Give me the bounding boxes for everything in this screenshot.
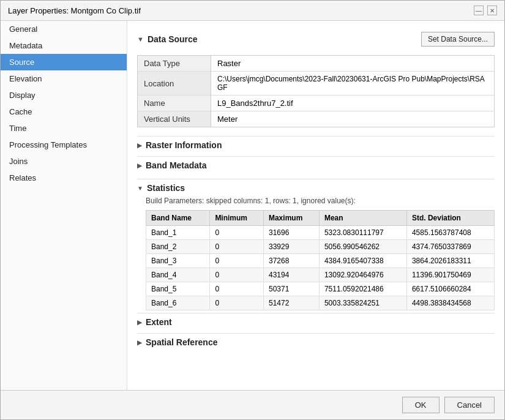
stats-cell-std: 11396.901750469 [406, 268, 494, 282]
sidebar-item-joins[interactable]: Joins [1, 153, 127, 170]
main-content: ▼ Data Source Set Data Source... Data Ty… [127, 21, 504, 390]
stats-cell-max: 31696 [263, 226, 319, 240]
table-row: Data Type Raster [138, 56, 495, 72]
stats-cell-mean: 5003.335824251 [319, 296, 406, 310]
sidebar-item-source[interactable]: Source [1, 54, 127, 70]
extent-chevron-icon: ▶ [137, 319, 142, 326]
stats-cell-min: 0 [210, 296, 264, 310]
band-metadata-header[interactable]: ▶ Band Metadata [137, 156, 495, 174]
stats-cell-mean: 13092.920464976 [319, 268, 406, 282]
prop-key-location: Location [138, 72, 211, 96]
stats-cell-min: 0 [210, 240, 264, 254]
stats-cell-band: Band_3 [146, 254, 210, 268]
data-source-chevron-icon: ▼ [137, 36, 144, 43]
table-row: Name L9_Bands2thru7_2.tif [138, 96, 495, 111]
set-data-source-button[interactable]: Set Data Source... [421, 32, 495, 47]
stats-cell-mean: 5056.990546262 [319, 240, 406, 254]
stats-cell-max: 50371 [263, 282, 319, 296]
band-metadata-label: Band Metadata [146, 160, 207, 170]
stats-cell-min: 0 [210, 282, 264, 296]
dialog-footer: OK Cancel [1, 390, 504, 419]
stats-table-row: Band_30372684384.91654073383864.20261833… [146, 254, 495, 268]
title-bar-controls: — ✕ [474, 6, 497, 15]
extent-header[interactable]: ▶ Extent [137, 313, 495, 331]
stats-cell-mean: 4384.9165407338 [319, 254, 406, 268]
stats-cell-std: 4498.3838434568 [406, 296, 494, 310]
stats-cell-mean: 7511.0592021486 [319, 282, 406, 296]
extent-label: Extent [146, 317, 172, 327]
data-source-label: Data Source [148, 34, 198, 44]
sidebar-item-elevation[interactable]: Elevation [1, 70, 127, 87]
band-metadata-section: ▶ Band Metadata [137, 156, 495, 174]
prop-value-data-type: Raster [211, 56, 495, 72]
table-row: Vertical Units Meter [138, 111, 495, 127]
dialog-body: General Metadata Source Elevation Displa… [1, 21, 504, 390]
build-params-text: Build Parameters: skipped columns: 1, ro… [146, 197, 495, 205]
col-band-name: Band Name [146, 211, 210, 226]
stats-cell-std: 6617.5106660284 [406, 282, 494, 296]
stats-cell-std: 3864.2026183311 [406, 254, 494, 268]
stats-table-header-row: Band Name Minimum Maximum Mean Std. Devi… [146, 211, 495, 226]
properties-table: Data Type Raster Location C:\Users\jmcg\… [137, 55, 495, 127]
raster-info-label: Raster Information [146, 140, 222, 150]
statistics-section: ▼ Statistics Build Parameters: skipped c… [137, 179, 495, 310]
stats-cell-std: 4374.7650337869 [406, 240, 494, 254]
stats-cell-band: Band_2 [146, 240, 210, 254]
stats-cell-band: Band_6 [146, 296, 210, 310]
stats-table-row: Band_404319413092.92046497611396.9017504… [146, 268, 495, 282]
raster-info-section: ▶ Raster Information [137, 136, 495, 154]
close-button[interactable]: ✕ [487, 6, 497, 15]
stats-cell-min: 0 [210, 226, 264, 240]
spatial-reference-label: Spatial Reference [146, 337, 218, 347]
stats-cell-min: 0 [210, 254, 264, 268]
table-row: Location C:\Users\jmcg\Documents\2023-Fa… [138, 72, 495, 96]
stats-cell-max: 51472 [263, 296, 319, 310]
stats-cell-band: Band_4 [146, 268, 210, 282]
dialog-window: Layer Properties: Montgom Co Clip.tif — … [0, 0, 505, 420]
raster-info-chevron-icon: ▶ [137, 142, 142, 149]
stats-table-row: Band_60514725003.3358242514498.383843456… [146, 296, 495, 310]
cancel-button[interactable]: Cancel [444, 397, 495, 413]
sidebar-item-processing-templates[interactable]: Processing Templates [1, 137, 127, 153]
col-mean: Mean [319, 211, 406, 226]
statistics-header[interactable]: ▼ Statistics [137, 179, 495, 197]
stats-cell-band: Band_5 [146, 282, 210, 296]
prop-key-name: Name [138, 96, 211, 111]
minimize-button[interactable]: — [474, 6, 484, 15]
stats-cell-max: 43194 [263, 268, 319, 282]
prop-value-name: L9_Bands2thru7_2.tif [211, 96, 495, 111]
col-maximum: Maximum [263, 211, 319, 226]
stats-table-row: Band_20339295056.9905462624374.765033786… [146, 240, 495, 254]
stats-cell-band: Band_1 [146, 226, 210, 240]
stats-cell-min: 0 [210, 268, 264, 282]
stats-table-row: Band_50503717511.05920214866617.51066602… [146, 282, 495, 296]
band-metadata-chevron-icon: ▶ [137, 162, 142, 169]
title-bar: Layer Properties: Montgom Co Clip.tif — … [1, 1, 504, 21]
col-minimum: Minimum [210, 211, 264, 226]
statistics-table: Band Name Minimum Maximum Mean Std. Devi… [146, 210, 495, 310]
sidebar-item-metadata[interactable]: Metadata [1, 37, 127, 54]
data-source-section-header: ▼ Data Source Set Data Source... [137, 28, 495, 50]
prop-key-data-type: Data Type [138, 56, 211, 72]
sidebar-item-display[interactable]: Display [1, 87, 127, 103]
prop-key-vertical-units: Vertical Units [138, 111, 211, 127]
ok-button[interactable]: OK [402, 397, 440, 413]
statistics-label: Statistics [147, 183, 185, 193]
sidebar-item-time[interactable]: Time [1, 120, 127, 137]
stats-cell-std: 4585.1563787408 [406, 226, 494, 240]
sidebar-item-relates[interactable]: Relates [1, 170, 127, 186]
prop-value-vertical-units: Meter [211, 111, 495, 127]
sidebar-item-cache[interactable]: Cache [1, 103, 127, 120]
statistics-chevron-icon: ▼ [137, 185, 143, 192]
extent-section: ▶ Extent [137, 313, 495, 331]
dialog-title: Layer Properties: Montgom Co Clip.tif [8, 6, 141, 15]
data-source-title: ▼ Data Source [137, 34, 198, 44]
spatial-reference-chevron-icon: ▶ [137, 339, 142, 346]
stats-cell-mean: 5323.0830111797 [319, 226, 406, 240]
stats-cell-max: 37268 [263, 254, 319, 268]
sidebar-item-general[interactable]: General [1, 21, 127, 37]
raster-info-header[interactable]: ▶ Raster Information [137, 136, 495, 154]
col-std-deviation: Std. Deviation [406, 211, 494, 226]
sidebar: General Metadata Source Elevation Displa… [1, 21, 127, 390]
spatial-reference-header[interactable]: ▶ Spatial Reference [137, 333, 495, 351]
